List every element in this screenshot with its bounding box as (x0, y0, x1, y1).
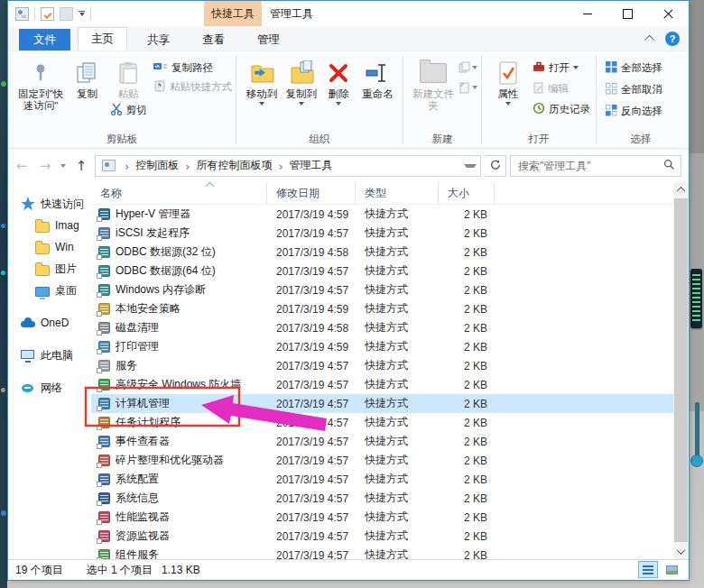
qat-properties-icon[interactable] (41, 7, 54, 21)
search-icon[interactable] (663, 158, 675, 174)
properties-icon (496, 58, 520, 88)
file-row[interactable]: iSCSI 发起程序 2017/3/19 4:57 快捷方式 2 KB (91, 224, 673, 243)
file-row[interactable]: 打印管理 2017/3/19 4:59 快捷方式 2 KB (91, 337, 673, 356)
copy-label: 复制 (77, 88, 97, 100)
file-row[interactable]: ODBC 数据源(64 位) 2017/3/19 4:57 快捷方式 2 KB (91, 262, 673, 280)
move-to-button[interactable]: 移动到 (242, 56, 282, 107)
copy-path-button[interactable]: 复制路径 (153, 60, 232, 76)
search-input[interactable] (516, 159, 663, 173)
file-row[interactable]: 磁盘清理 2017/3/19 4:58 快捷方式 2 KB (91, 318, 673, 337)
cut-button[interactable]: 剪切 (110, 102, 147, 118)
breadcrumb-segment[interactable]: 所有控制面板项 (179, 158, 272, 174)
close-button[interactable] (648, 1, 689, 26)
column-header-type[interactable]: 类型 (356, 182, 439, 204)
file-row[interactable]: 任务计划程序 2017/3/19 4:57 快捷方式 2 KB (91, 413, 673, 432)
file-name: 碎片整理和优化驱动器 (116, 453, 224, 468)
breadcrumb-segment[interactable]: 管理工具 (272, 158, 332, 174)
tab-manage[interactable]: 管理 (245, 29, 292, 51)
file-type: 快捷方式 (356, 207, 439, 222)
file-date: 2017/3/19 4:57 (267, 436, 356, 448)
file-row[interactable]: 资源监视器 2017/3/19 4:57 快捷方式 2 KB (91, 527, 673, 546)
forward-button[interactable]: → (35, 155, 55, 177)
delete-button[interactable]: 删除 (321, 56, 357, 107)
file-date: 2017/3/19 4:57 (267, 455, 356, 467)
details-view-button[interactable] (638, 561, 658, 578)
sidebar-item[interactable]: Win (8, 236, 91, 258)
breadcrumb-label[interactable]: 控制面板 (135, 158, 179, 173)
file-row[interactable]: 高级安全 Windows 防火墙 2017/3/19 4:57 快捷方式 2 K… (91, 375, 673, 394)
tab-file[interactable]: 文件 (19, 29, 70, 51)
history-button[interactable]: 历史记录 (533, 101, 590, 117)
tab-share[interactable]: 共享 (134, 29, 182, 51)
sidebar-item[interactable]: Imag (8, 215, 91, 236)
file-row[interactable]: 事件查看器 2017/3/19 4:57 快捷方式 2 KB (91, 432, 673, 451)
file-icon (98, 549, 110, 559)
file-row[interactable]: ODBC 数据源(32 位) 2017/3/19 4:58 快捷方式 2 KB (91, 243, 673, 262)
search-box[interactable] (510, 155, 681, 177)
file-row[interactable]: 系统配置 2017/3/19 4:57 快捷方式 2 KB (91, 470, 673, 489)
breadcrumb-label[interactable]: 所有控制面板项 (196, 158, 272, 173)
file-date: 2017/3/19 4:57 (267, 360, 356, 372)
collapse-ribbon-icon[interactable] (644, 35, 654, 45)
star-icon (21, 197, 35, 211)
file-row[interactable]: 系统信息 2017/3/19 4:57 快捷方式 2 KB (91, 489, 673, 508)
breadcrumb-segment[interactable]: 控制面板 (118, 158, 179, 174)
tab-home[interactable]: 主页 (78, 27, 127, 51)
scroll-down-icon[interactable] (673, 544, 689, 559)
thumbnail-view-button[interactable] (662, 561, 681, 578)
sidebar-item[interactable]: 网络 (8, 377, 91, 399)
open-group-label: 打开 (482, 133, 596, 146)
scroll-up-icon[interactable] (673, 182, 689, 198)
column-header-size[interactable]: 大小 (439, 182, 495, 204)
select-none-button[interactable]: 全部取消 (606, 81, 662, 97)
help-icon[interactable]: ? (665, 32, 680, 46)
qat-customize-icon[interactable] (79, 11, 85, 16)
sidebar-item[interactable]: 此电脑 (8, 345, 91, 366)
open-label: 打开 (549, 61, 570, 75)
invert-selection-button[interactable]: 反向选择 (606, 103, 662, 119)
breadcrumb[interactable]: 控制面板 所有控制面板项 管理工具 (95, 155, 481, 177)
properties-button[interactable]: 属性 (487, 56, 529, 107)
file-row[interactable]: 本地安全策略 2017/3/19 4:59 快捷方式 2 KB (91, 299, 673, 318)
chevron-right-icon (118, 158, 135, 174)
sidebar-item[interactable]: 图片 (8, 258, 91, 280)
vertical-scrollbar[interactable] (673, 182, 689, 559)
breadcrumb-label[interactable]: 管理工具 (290, 158, 333, 173)
navigation-pane: 快速访问 Imag Win 图片 桌面 OneD (8, 182, 91, 559)
file-row[interactable]: 服务 2017/3/19 4:57 快捷方式 2 KB (91, 356, 673, 375)
address-dropdown-icon[interactable] (464, 164, 477, 168)
sidebar-item[interactable]: 桌面 (8, 280, 91, 301)
file-row[interactable]: Windows 内存诊断 2017/3/19 4:57 快捷方式 2 KB (91, 280, 673, 299)
scrollbar-thumb[interactable] (674, 198, 688, 542)
refresh-button[interactable] (485, 155, 506, 177)
copy-button[interactable]: 复制 (68, 56, 107, 102)
file-size: 2 KB (439, 473, 495, 486)
file-row[interactable]: 计算机管理 2017/3/19 4:57 快捷方式 2 KB (91, 394, 673, 413)
file-row[interactable]: 碎片整理和优化驱动器 2017/3/19 4:57 快捷方式 2 KB (91, 451, 673, 470)
minimize-button[interactable] (567, 1, 607, 26)
recent-locations-icon[interactable] (60, 164, 66, 168)
file-name: ODBC 数据源(32 位) (116, 244, 216, 260)
sidebar-item[interactable]: OneD (8, 312, 91, 334)
contextual-tab-header[interactable]: 快捷工具 (204, 1, 262, 26)
rename-button[interactable]: 重命名 (357, 56, 399, 102)
window-icon[interactable] (15, 7, 29, 21)
tab-view[interactable]: 查看 (190, 29, 237, 51)
open-button[interactable]: 打开 (533, 60, 590, 76)
copy-to-button[interactable]: 复制到 (282, 56, 321, 107)
back-button[interactable]: ← (12, 155, 32, 177)
sidebar-item[interactable]: 快速访问 (8, 193, 91, 215)
column-header-name[interactable]: 名称 (91, 182, 267, 204)
up-button[interactable]: ↑ (71, 155, 91, 177)
file-row[interactable]: Hyper-V 管理器 2017/3/19 4:59 快捷方式 2 KB (91, 205, 673, 224)
file-row[interactable]: 性能监视器 2017/3/19 4:57 快捷方式 2 KB (91, 508, 673, 527)
maximize-button[interactable] (607, 1, 648, 26)
select-all-button[interactable]: 全部选择 (606, 60, 662, 76)
refresh-icon (490, 158, 501, 174)
column-header-date[interactable]: 修改日期 (267, 182, 356, 204)
pin-to-quick-access-button[interactable]: 固定到"快速访问" (14, 56, 68, 114)
file-row[interactable]: 组件服务 2017/3/19 4:57 快捷方式 2 KB (91, 546, 673, 559)
file-date: 2017/3/19 4:57 (267, 417, 356, 429)
file-icon (98, 511, 110, 523)
copy-to-icon (288, 58, 315, 88)
